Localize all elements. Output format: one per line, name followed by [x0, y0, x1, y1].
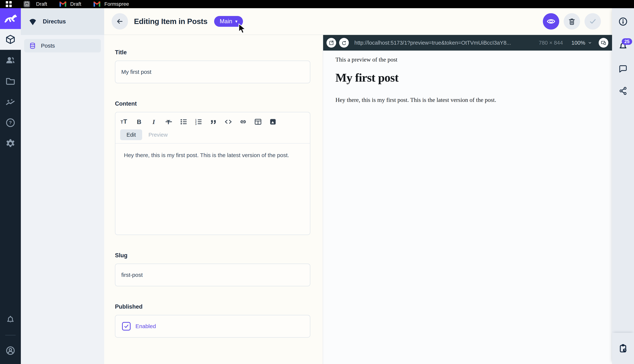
directus-logo[interactable]: [0, 8, 21, 29]
notification-count-badge: 25: [622, 38, 632, 45]
field-slug: Slug: [115, 252, 310, 286]
field-label: Title: [115, 49, 310, 56]
svg-text:I: I: [152, 118, 155, 125]
notifications-bell-button[interactable]: [0, 309, 21, 330]
users-icon: [5, 55, 16, 66]
back-button[interactable]: [112, 13, 128, 30]
page-header: Editing Item in Posts Main ▾: [104, 8, 612, 35]
devices-icon: [601, 40, 606, 46]
trash-icon: [567, 17, 576, 26]
svg-text:T: T: [121, 120, 123, 125]
comments-button[interactable]: [612, 57, 634, 80]
app-grid-icon[interactable]: [6, 1, 12, 7]
nav-sidebar: Directus Posts: [21, 8, 104, 364]
svg-text:T: T: [123, 118, 127, 125]
browser-tab-bar: 31 Draft Draft Formspree: [0, 0, 634, 8]
preview-url-bar: http://localhost:5173/1?preview=true&tok…: [323, 35, 612, 50]
preview-button[interactable]: [543, 13, 559, 30]
notifications-button[interactable]: 25: [612, 35, 634, 57]
editor-toolbar: TT B I T 123: [115, 112, 310, 127]
project-logo-icon: [28, 18, 37, 26]
folder-icon: [5, 76, 16, 86]
code-icon[interactable]: [224, 118, 232, 126]
browser-tab-label: Formspree: [104, 1, 129, 7]
delete-button[interactable]: [564, 13, 580, 30]
sidebar-item-label: Posts: [41, 42, 55, 49]
help-icon: ?: [5, 117, 16, 128]
avatar-icon: [5, 345, 16, 356]
field-label: Content: [115, 100, 310, 107]
preview-heading: My first post: [335, 71, 604, 84]
tab-edit[interactable]: Edit: [120, 130, 142, 140]
italic-icon[interactable]: I: [150, 118, 158, 126]
info-button[interactable]: [618, 8, 628, 35]
module-insights[interactable]: [0, 92, 21, 112]
refresh-icon: [341, 40, 347, 45]
strikethrough-icon[interactable]: T: [165, 118, 173, 126]
save-button[interactable]: [584, 13, 601, 30]
live-preview-panel: http://localhost:5173/1?preview=true&tok…: [323, 35, 612, 364]
project-name: Directus: [43, 18, 66, 25]
open-in-new-icon: [329, 40, 334, 45]
revisions-clipboard-icon: [618, 343, 628, 354]
field-published: Published Enabled: [115, 304, 310, 338]
bullet-list-icon[interactable]: [180, 118, 188, 126]
gear-icon: [5, 138, 16, 149]
responsive-toggle-button[interactable]: [599, 38, 608, 48]
module-content[interactable]: [0, 29, 21, 50]
table-icon[interactable]: [254, 118, 262, 126]
preview-dimensions: 780 × 844: [539, 40, 563, 46]
heading-icon[interactable]: TT: [120, 118, 128, 126]
share-icon: [618, 86, 628, 95]
field-label: Slug: [115, 252, 310, 259]
rabbit-icon: [4, 12, 17, 25]
open-in-new-button[interactable]: [326, 38, 336, 48]
module-users[interactable]: [0, 50, 21, 71]
blockquote-icon[interactable]: [210, 118, 217, 126]
sidebar-item-posts[interactable]: Posts: [24, 39, 101, 52]
chevron-down-icon: [588, 41, 592, 45]
zoom-select[interactable]: 100%: [571, 40, 592, 46]
preview-body-text: Hey there, this is my first post. This i…: [335, 96, 604, 103]
module-files[interactable]: [0, 71, 21, 92]
published-field: Enabled: [115, 315, 310, 338]
field-label: Published: [115, 304, 310, 310]
calendar-31-icon: 31: [22, 0, 32, 9]
content-textarea[interactable]: Hey there, this is my first post. This i…: [115, 144, 310, 234]
project-header[interactable]: Directus: [21, 8, 104, 35]
preview-intro-text: This a preview of the post: [335, 56, 604, 63]
title-input[interactable]: [115, 60, 310, 83]
bold-icon[interactable]: B: [135, 118, 143, 126]
browser-tab[interactable]: Draft: [60, 1, 82, 7]
bell-icon: [6, 315, 16, 325]
revisions-dock[interactable]: [612, 333, 634, 364]
item-form: Title Content TT B I T 123: [104, 35, 323, 364]
module-settings[interactable]: [0, 133, 21, 154]
tab-preview[interactable]: Preview: [142, 130, 174, 140]
checkbox-label: Enabled: [136, 323, 156, 330]
user-avatar-button[interactable]: [0, 340, 21, 361]
comment-icon: [618, 64, 628, 73]
field-content: Content TT B I T 123: [115, 100, 310, 235]
preview-document: This a preview of the post My first post…: [323, 50, 612, 364]
info-icon: [618, 16, 628, 27]
slug-input[interactable]: [115, 264, 310, 286]
published-checkbox[interactable]: [122, 322, 131, 330]
numbered-list-icon[interactable]: 123: [195, 118, 202, 126]
module-help[interactable]: ?: [0, 112, 21, 133]
gmail-icon: [94, 2, 100, 7]
field-title: Title: [115, 49, 310, 83]
browser-tab[interactable]: Formspree: [94, 1, 129, 7]
divider: [5, 335, 16, 335]
image-icon[interactable]: [269, 118, 277, 126]
preview-url[interactable]: http://localhost:5173/1?preview=true&tok…: [354, 40, 535, 46]
arrow-left-icon: [116, 17, 124, 26]
check-icon: [124, 324, 129, 329]
share-button[interactable]: [612, 80, 634, 102]
check-icon: [588, 17, 597, 26]
link-icon[interactable]: [239, 118, 247, 126]
browser-tab[interactable]: 31 Draft: [22, 0, 47, 9]
insights-icon: [5, 96, 16, 107]
refresh-button[interactable]: [339, 38, 349, 48]
svg-text:3: 3: [195, 123, 196, 126]
